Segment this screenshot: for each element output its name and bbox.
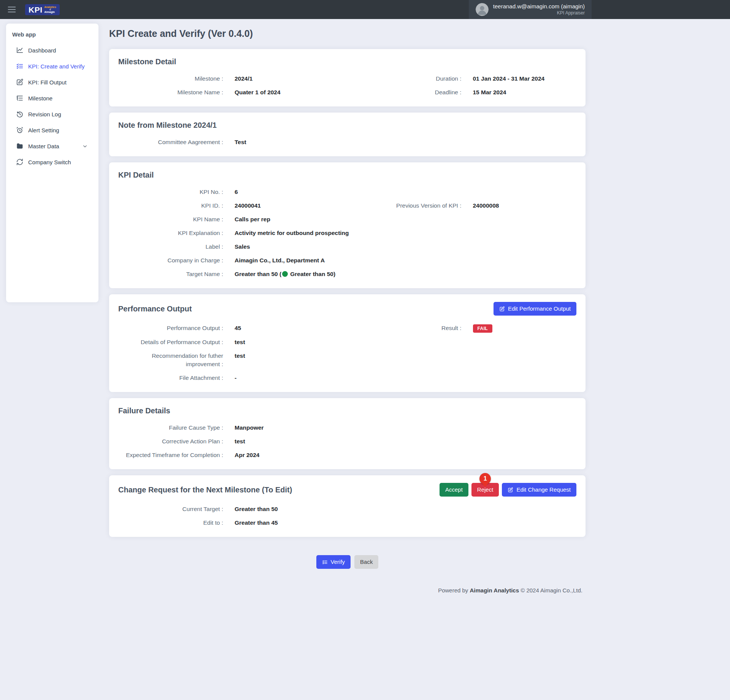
milestone-detail-card: Milestone Detail Milestone : 2024/1 Dura… — [109, 49, 586, 106]
footer-text: © 2024 Aimagin Co.,Ltd. — [519, 587, 582, 594]
sidebar-item-label: Milestone — [28, 95, 52, 102]
result-label: Result : — [348, 324, 462, 333]
duration-value: 01 Jan 2024 - 31 Mar 2024 — [473, 75, 545, 83]
sidebar-item-label: KPI: Fill Output — [28, 79, 67, 86]
rotate-arrows-icon — [16, 158, 24, 166]
sidebar-item-dashboard[interactable]: Dashboard — [11, 42, 94, 58]
pencil-square-icon — [16, 78, 24, 86]
edit-change-request-button[interactable]: Edit Change Request — [502, 483, 576, 497]
kpi-detail-title: KPI Detail — [118, 171, 576, 179]
details-of-performance-label: Details of Performance Output : — [118, 338, 223, 346]
file-attachment-label: File Attachment : — [118, 374, 223, 382]
kpi-detail-card: KPI Detail KPI No. : 6 KPI ID. : 2400004… — [109, 162, 586, 288]
details-of-performance-value: test — [235, 338, 245, 346]
history-clock-icon — [16, 110, 24, 118]
top-navbar: KPI Analytics & Aimagin teeranad.w@aimag… — [0, 0, 730, 19]
kpi-no-label: KPI No. : — [118, 188, 223, 196]
company-in-charge-value: Aimagin Co., Ltd., Department A — [235, 256, 325, 265]
file-attachment-value: - — [235, 374, 236, 382]
user-info: teeranad.w@aimagin.com (aimagin) KPI App… — [493, 3, 585, 16]
sidebar-item-company-switch[interactable]: Company Switch — [11, 154, 94, 170]
milestone-name-label: Milestone Name : — [118, 88, 223, 97]
pencil-square-icon — [499, 306, 505, 312]
accept-button[interactable]: Accept — [440, 483, 468, 497]
user-menu[interactable]: teeranad.w@aimagin.com (aimagin) KPI App… — [469, 0, 592, 19]
target-value-text: Greater than 50) — [290, 271, 335, 277]
alarm-icon — [16, 126, 24, 134]
footer: Powered by Aimagin Analytics © 2024 Aima… — [109, 587, 586, 594]
target-name-value: Greater than 50 (Greater than 50) — [235, 270, 335, 278]
current-target-label: Current Target : — [118, 505, 223, 513]
sidebar-item-label: Alert Setting — [28, 127, 59, 133]
sidebar-item-alert-setting[interactable]: Alert Setting — [11, 122, 94, 138]
list-check-icon — [16, 62, 24, 70]
performance-output-value: 45 — [235, 324, 241, 333]
company-in-charge-label: Company in Charge : — [118, 256, 223, 265]
milestone-detail-title: Milestone Detail — [118, 57, 576, 66]
label-value: Sales — [235, 243, 250, 251]
target-value-text: Greater than 50 ( — [235, 271, 281, 277]
edit-to-value: Greater than 45 — [235, 519, 278, 527]
corrective-action-plan-label: Corrective Action Plan : — [118, 437, 223, 446]
milestone-value: 2024/1 — [235, 75, 252, 83]
corrective-action-plan-value: test — [235, 437, 245, 446]
sidebar-item-revision-log[interactable]: Revision Log — [11, 106, 94, 122]
hamburger-icon — [7, 5, 17, 14]
milestone-note-card: Note from Milestone 2024/1 Committee Aag… — [109, 113, 586, 156]
previous-version-label: Previous Version of KPI : — [348, 202, 462, 210]
line-chart-icon — [16, 46, 24, 54]
navbar-inner: KPI Analytics & Aimagin teeranad.w@aimag… — [0, 0, 592, 19]
change-request-title: Change Request for the Next Milestone (T… — [118, 486, 292, 494]
failure-cause-type-value: Manpower — [235, 424, 264, 432]
button-label: Verify — [331, 558, 345, 566]
sidebar-item-milestone[interactable]: Milestone — [11, 90, 94, 106]
reject-button[interactable]: Reject 1 — [471, 483, 499, 497]
page-title: KPI Create and Verify (Ver 0.4.0) — [109, 28, 586, 39]
change-request-card: Change Request for the Next Milestone (T… — [109, 475, 586, 537]
logo-kpi-text: KPI — [29, 6, 43, 14]
kpi-explanation-label: KPI Explanation : — [118, 229, 223, 237]
sidebar-heading: Web app — [12, 31, 94, 38]
verify-button[interactable]: Verify — [316, 555, 351, 569]
button-label: Edit Change Request — [516, 486, 571, 494]
list-check-icon — [322, 559, 328, 565]
sidebar-item-kpi-fill-output[interactable]: KPI: Fill Output — [11, 74, 94, 90]
target-name-label: Target Name : — [118, 270, 223, 278]
kpi-id-label: KPI ID. : — [118, 202, 223, 210]
recommendation-label: Recommendation for futher improvement : — [118, 352, 223, 368]
previous-version-value: 24000008 — [473, 202, 499, 210]
failure-cause-type-label: Failure Cause Type : — [118, 424, 223, 432]
button-label: Edit Performance Output — [508, 305, 571, 313]
edit-to-label: Edit to : — [118, 519, 223, 527]
milestone-note-title: Note from Milestone 2024/1 — [118, 121, 576, 130]
expected-timeframe-value: Apr 2024 — [235, 451, 259, 459]
button-label: Accept — [445, 486, 463, 494]
fail-status-badge: FAIL — [473, 324, 493, 333]
recommendation-value: test — [235, 352, 245, 368]
performance-output-card: Performance Output Edit Performance Outp… — [109, 294, 586, 392]
edit-performance-output-button[interactable]: Edit Performance Output — [494, 302, 576, 316]
current-target-value: Greater than 50 — [235, 505, 278, 513]
committee-agreement-value: Test — [235, 138, 246, 146]
performance-output-label: Performance Output : — [118, 324, 223, 333]
sidebar-item-master-data[interactable]: Master Data — [11, 138, 94, 154]
menu-toggle-button[interactable] — [7, 5, 17, 14]
expected-timeframe-label: Expected Timeframe for Completion : — [118, 451, 223, 459]
pencil-square-icon — [508, 487, 513, 493]
footer-brand: Aimagin Analytics — [470, 587, 519, 594]
failure-details-title: Failure Details — [118, 406, 576, 415]
performance-output-title: Performance Output — [118, 305, 192, 313]
sidebar-item-label: Revision Log — [28, 111, 61, 117]
chevron-down-icon[interactable] — [82, 143, 88, 149]
user-avatar — [476, 3, 489, 16]
user-email: teeranad.w@aimagin.com (aimagin) — [493, 3, 585, 10]
back-button[interactable]: Back — [354, 555, 378, 569]
duration-label: Duration : — [348, 75, 462, 83]
sidebar-item-label: KPI: Create and Verify — [28, 63, 84, 70]
failure-details-card: Failure Details Failure Cause Type : Man… — [109, 398, 586, 469]
sidebar-item-kpi-create-and-verify[interactable]: KPI: Create and Verify — [11, 58, 94, 74]
button-label: Reject — [477, 486, 494, 494]
kpi-id-value: 24000041 — [235, 202, 261, 210]
sidebar-item-label: Company Switch — [28, 159, 71, 165]
app-logo[interactable]: KPI Analytics & Aimagin — [25, 4, 60, 15]
